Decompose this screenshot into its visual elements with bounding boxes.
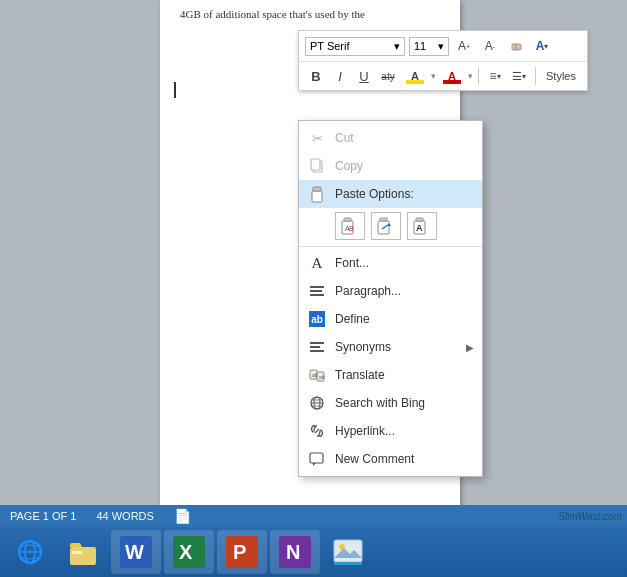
font-label: Font... <box>335 256 474 270</box>
strikethrough-button[interactable]: aty <box>377 65 399 87</box>
shrink-font-button[interactable]: A- <box>479 35 501 57</box>
paste-options-row: A B A <box>299 208 482 244</box>
size-dropdown-arrow[interactable]: ▾ <box>438 40 444 53</box>
menu-item-translate[interactable]: ab ab Translate <box>299 361 482 389</box>
paste-label: Paste Options: <box>335 187 474 201</box>
taskbar-word-icon[interactable]: W <box>111 530 161 574</box>
paste-keep-text-button[interactable]: A <box>407 212 437 240</box>
font-color-bar <box>443 80 461 84</box>
menu-item-paragraph[interactable]: Paragraph... <box>299 277 482 305</box>
scissors-icon: ✂ <box>307 129 327 147</box>
clear-format-icon <box>509 39 523 53</box>
grow-font-button[interactable]: A+ <box>453 35 475 57</box>
context-menu: ✂ Cut Copy Paste Options: A B <box>298 120 483 477</box>
paste-keep-source-button[interactable]: A B <box>335 212 365 240</box>
toolbar-row2: B I U aty A ▾ A ▾ ≡ ▾ ☰ ▾ Styles <box>299 62 587 90</box>
svg-rect-11 <box>380 218 387 221</box>
svg-rect-27 <box>310 453 323 463</box>
svg-text:W: W <box>125 541 144 563</box>
toolbar-separator2 <box>535 67 536 85</box>
review-icon[interactable]: 📄 <box>174 508 191 524</box>
menu-item-paste[interactable]: Paste Options: <box>299 180 482 208</box>
menu-item-font[interactable]: A Font... <box>299 249 482 277</box>
hyperlink-label: Hyperlink... <box>335 424 474 438</box>
svg-rect-7 <box>344 218 351 221</box>
svg-text:A: A <box>416 223 423 233</box>
svg-marker-28 <box>313 463 316 466</box>
font-name-label: PT Serif <box>310 40 350 52</box>
svg-line-26 <box>315 429 319 433</box>
define-label: Define <box>335 312 474 326</box>
menu-item-synonyms[interactable]: Synonyms ▶ <box>299 333 482 361</box>
document-text: 4GB of additional space that's used by t… <box>180 8 365 20</box>
svg-rect-33 <box>72 551 82 554</box>
svg-rect-4 <box>312 191 322 202</box>
taskbar-ie-icon[interactable] <box>5 530 55 574</box>
page-info[interactable]: PAGE 1 OF 1 <box>10 510 76 522</box>
svg-text:N: N <box>286 541 300 563</box>
menu-item-define[interactable]: ab Define <box>299 305 482 333</box>
highlight-button[interactable]: A <box>401 65 429 87</box>
copy-icon <box>307 157 327 175</box>
font-selector[interactable]: PT Serif ▾ <box>305 37 405 56</box>
taskbar-ppt-icon[interactable]: P <box>217 530 267 574</box>
highlight-color-bar <box>406 80 424 84</box>
menu-item-comment[interactable]: New Comment <box>299 445 482 473</box>
hyperlink-icon <box>307 422 327 440</box>
clear-format-button[interactable] <box>505 35 527 57</box>
toolbar-separator <box>478 67 479 85</box>
text-effects-button[interactable]: A ▾ <box>531 35 553 57</box>
mini-toolbar: PT Serif ▾ 11 ▾ A+ A- A ▾ B I U aty A <box>298 30 588 91</box>
synonyms-icon <box>307 338 327 356</box>
svg-text:ab: ab <box>319 374 325 380</box>
paste-icon <box>307 185 327 203</box>
translate-icon: ab ab <box>307 366 327 384</box>
paste-merge-format-button[interactable] <box>371 212 401 240</box>
svg-text:B: B <box>349 225 354 232</box>
cut-label: Cut <box>335 131 474 145</box>
taskbar: W X P N <box>0 527 627 577</box>
font-size-selector[interactable]: 11 ▾ <box>409 37 449 56</box>
synonyms-arrow: ▶ <box>466 342 474 353</box>
copy-label: Copy <box>335 159 474 173</box>
highlight-dropdown[interactable]: ▾ <box>431 71 436 81</box>
menu-item-search-bing[interactable]: Search with Bing <box>299 389 482 417</box>
paragraph-icon <box>307 282 327 300</box>
translate-label: Translate <box>335 368 474 382</box>
italic-button[interactable]: I <box>329 65 351 87</box>
svg-rect-32 <box>70 547 96 565</box>
word-count[interactable]: 44 WORDS <box>96 510 153 522</box>
svg-rect-45 <box>334 562 362 565</box>
styles-button[interactable]: Styles <box>541 68 581 84</box>
svg-rect-5 <box>313 187 321 191</box>
numbering-icon: ☰ <box>512 70 522 83</box>
bullets-button[interactable]: ≡ ▾ <box>484 65 506 87</box>
svg-text:ab: ab <box>312 372 318 378</box>
menu-separator-1 <box>299 246 482 247</box>
taskbar-explorer-icon[interactable] <box>58 530 108 574</box>
font-color-dropdown[interactable]: ▾ <box>468 71 473 81</box>
search-bing-label: Search with Bing <box>335 396 474 410</box>
bold-button[interactable]: B <box>305 65 327 87</box>
font-size-label: 11 <box>414 40 426 52</box>
new-comment-label: New Comment <box>335 452 474 466</box>
font-dropdown-arrow[interactable]: ▾ <box>394 40 400 53</box>
watermark: SlimWast.com <box>558 511 622 522</box>
font-color-button[interactable]: A <box>438 65 466 87</box>
paragraph-label: Paragraph... <box>335 284 474 298</box>
taskbar-photos-icon[interactable] <box>323 530 373 574</box>
strikethrough-label: aty <box>381 71 394 82</box>
text-cursor <box>174 82 176 98</box>
taskbar-excel-icon[interactable]: X <box>164 530 214 574</box>
taskbar-onenote-icon[interactable]: N <box>270 530 320 574</box>
menu-item-copy[interactable]: Copy <box>299 152 482 180</box>
menu-item-cut[interactable]: ✂ Cut <box>299 124 482 152</box>
svg-rect-42 <box>334 540 362 562</box>
text-effects-label: A <box>536 39 545 53</box>
svg-text:P: P <box>233 541 246 563</box>
numbering-button[interactable]: ☰ ▾ <box>508 65 530 87</box>
comment-icon <box>307 450 327 468</box>
underline-button[interactable]: U <box>353 65 375 87</box>
svg-rect-0 <box>512 44 521 50</box>
menu-item-hyperlink[interactable]: Hyperlink... <box>299 417 482 445</box>
